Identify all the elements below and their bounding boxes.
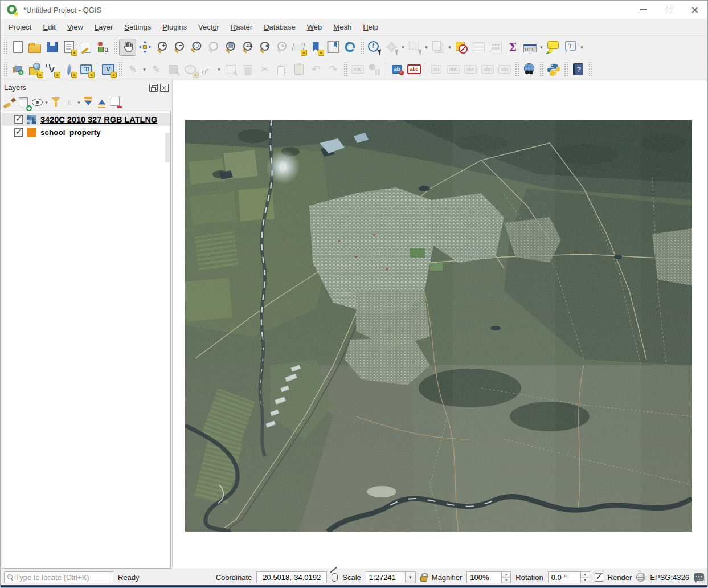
- zoom-to-layer-button[interactable]: ▤: [222, 39, 239, 56]
- toolbar-grip[interactable]: [563, 62, 568, 77]
- menu-help[interactable]: Help: [357, 20, 384, 34]
- map-tips-button[interactable]: [545, 39, 562, 56]
- pan-to-selection-button[interactable]: [136, 39, 153, 56]
- map-canvas[interactable]: [173, 80, 707, 569]
- layer-item-3420c-2010-327-rgb-latlng[interactable]: 3420C 2010 327 RGB LATLNG: [2, 113, 170, 126]
- text-annotation-button[interactable]: T: [562, 39, 579, 56]
- new-spatialite-layer-button[interactable]: [60, 61, 77, 78]
- rotation-spinbox[interactable]: [548, 571, 590, 583]
- crs-status[interactable]: EPSG:4326: [650, 573, 689, 582]
- spin-up-icon[interactable]: [581, 572, 590, 578]
- collapse-all-button[interactable]: [95, 96, 109, 109]
- toolbar-grip[interactable]: [118, 62, 123, 77]
- toolbar-grip[interactable]: [343, 62, 348, 77]
- layer-list-scrollbar[interactable]: [165, 133, 170, 162]
- toolbar-grip[interactable]: [514, 62, 519, 77]
- menu-web[interactable]: Web: [301, 20, 328, 34]
- toolbar-grip[interactable]: [3, 62, 8, 77]
- resize-grip[interactable]: [698, 576, 706, 583]
- metasearch-button[interactable]: [521, 61, 538, 78]
- save-project-button[interactable]: [43, 39, 60, 56]
- data-source-manager-button[interactable]: [9, 61, 26, 78]
- toolbar-grip[interactable]: [359, 40, 365, 55]
- new-virtual-layer-button[interactable]: V: [100, 61, 117, 78]
- menu-settings[interactable]: Settings: [118, 20, 157, 34]
- layer-visibility-checkbox[interactable]: [14, 115, 23, 124]
- statistical-summary-button[interactable]: Σ: [504, 39, 521, 56]
- layer-label[interactable]: 3420C 2010 327 RGB LATLNG: [40, 115, 157, 124]
- text-annotation-button-dropdown[interactable]: [579, 39, 585, 56]
- menu-database[interactable]: Database: [258, 20, 301, 34]
- menu-plugins[interactable]: Plugins: [157, 20, 193, 34]
- minimize-button[interactable]: [631, 1, 656, 19]
- menu-raster[interactable]: Raster: [225, 20, 258, 34]
- menu-edit[interactable]: Edit: [37, 20, 61, 34]
- scale-combobox[interactable]: [366, 571, 416, 583]
- new-spatial-bookmark-button[interactable]: [307, 39, 324, 56]
- open-project-button[interactable]: [26, 39, 43, 56]
- render-checkbox[interactable]: [595, 573, 603, 582]
- new-mesh-layer-button[interactable]: [77, 61, 95, 78]
- magnifier-input[interactable]: [466, 571, 502, 583]
- zoom-full-button[interactable]: [187, 39, 204, 56]
- new-geopackage-layer-button[interactable]: [26, 61, 43, 78]
- crs-globe-icon[interactable]: [636, 573, 645, 582]
- float-panel-button[interactable]: [149, 84, 158, 92]
- help-contents-button[interactable]: ?: [570, 61, 587, 78]
- diagram-options-button[interactable]: abc: [406, 61, 423, 78]
- show-spatial-bookmarks-button[interactable]: [324, 39, 341, 56]
- menu-layer[interactable]: Layer: [89, 20, 119, 34]
- rotation-input[interactable]: [548, 571, 581, 583]
- zoom-last-button[interactable]: ◂: [256, 39, 273, 56]
- menu-vector[interactable]: Vector: [193, 20, 225, 34]
- menu-mesh[interactable]: Mesh: [328, 20, 357, 34]
- map-image[interactable]: [185, 120, 692, 532]
- deselect-all-button[interactable]: [453, 39, 470, 56]
- maximize-button[interactable]: [656, 1, 682, 19]
- toolbar-grip[interactable]: [113, 40, 118, 55]
- layer-visibility-checkbox[interactable]: [14, 128, 23, 137]
- toolbar-grip[interactable]: [539, 62, 544, 77]
- spin-down-icon[interactable]: [502, 578, 510, 583]
- add-group-button[interactable]: [17, 96, 30, 109]
- labeling-options-button[interactable]: ab: [388, 61, 406, 78]
- locate-input[interactable]: [15, 573, 110, 582]
- coordinate-input[interactable]: [256, 571, 327, 583]
- measure-button[interactable]: [521, 39, 538, 56]
- locate-search[interactable]: [4, 571, 113, 583]
- manage-map-themes-button[interactable]: [30, 96, 44, 109]
- zoom-out-button[interactable]: −: [170, 39, 187, 56]
- new-shapefile-layer-button[interactable]: V: [43, 61, 60, 78]
- python-console-button[interactable]: [545, 61, 562, 78]
- magnifier-spinner[interactable]: [502, 571, 511, 583]
- open-layer-styling-button[interactable]: [3, 96, 17, 109]
- scale-input[interactable]: [366, 571, 406, 583]
- toggle-extents-mouse-icon[interactable]: [332, 573, 338, 582]
- measure-button-dropdown[interactable]: [538, 39, 545, 56]
- filter-legend-button[interactable]: [49, 96, 63, 109]
- lock-scale-icon[interactable]: [420, 576, 427, 582]
- manage-map-themes-button-dropdown[interactable]: [44, 96, 49, 109]
- pan-map-button[interactable]: [119, 39, 136, 56]
- remove-layer-button[interactable]: [109, 96, 122, 109]
- new-print-layout-button[interactable]: [60, 39, 77, 56]
- style-manager-button[interactable]: a: [95, 39, 112, 56]
- zoom-in-button[interactable]: +: [153, 39, 170, 56]
- toolbar-grip[interactable]: [588, 62, 593, 77]
- menu-view[interactable]: View: [62, 20, 89, 34]
- zoom-native-button[interactable]: 1:1: [239, 39, 256, 56]
- magnifier-spinbox[interactable]: [466, 571, 511, 583]
- toolbar-grip[interactable]: [3, 40, 8, 55]
- expand-all-button[interactable]: [81, 96, 95, 109]
- identify-features-button[interactable]: i: [366, 39, 383, 56]
- menu-project[interactable]: Project: [3, 20, 37, 34]
- spin-down-icon[interactable]: [581, 578, 590, 583]
- scale-dropdown-arrow[interactable]: [406, 571, 416, 583]
- spin-up-icon[interactable]: [502, 572, 510, 578]
- layer-label[interactable]: school_property: [40, 128, 101, 137]
- close-panel-button[interactable]: [160, 84, 169, 92]
- refresh-map-button[interactable]: [341, 39, 358, 56]
- show-layout-manager-button[interactable]: [77, 39, 95, 56]
- new-map-view-button[interactable]: [290, 39, 307, 56]
- close-button[interactable]: [682, 1, 707, 19]
